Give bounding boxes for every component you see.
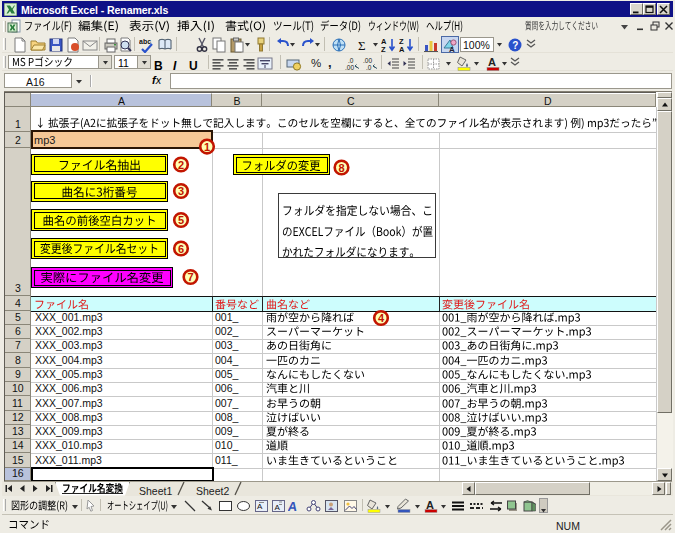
svg-text:1: 1	[204, 141, 210, 153]
svg-text:4: 4	[378, 312, 385, 324]
svg-text:8: 8	[338, 162, 344, 174]
svg-text:2: 2	[178, 159, 184, 171]
svg-text:5: 5	[178, 214, 184, 226]
svg-text:3: 3	[178, 185, 184, 197]
svg-text:6: 6	[178, 243, 184, 255]
svg-text:7: 7	[187, 271, 193, 283]
